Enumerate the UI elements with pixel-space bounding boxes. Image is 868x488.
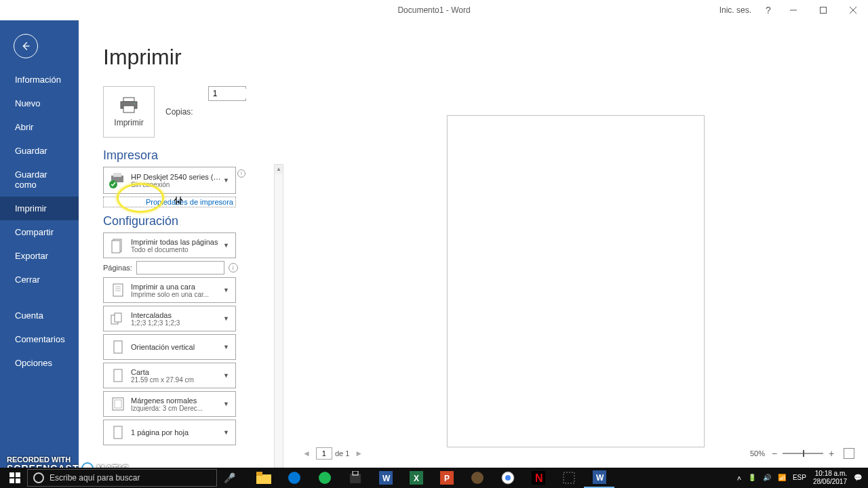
close-button[interactable] <box>838 0 868 20</box>
search-placeholder: Escribe aquí para buscar <box>50 473 140 483</box>
paper-icon <box>108 366 127 385</box>
print-sides-dropdown[interactable]: Imprimir a una cara Imprime solo en una … <box>103 277 236 303</box>
printer-heading: Impresora <box>103 148 283 163</box>
taskbar-spotify[interactable] <box>309 468 340 488</box>
svg-point-33 <box>319 472 331 484</box>
sidebar-item-cerrar[interactable]: Cerrar <box>0 268 79 291</box>
chevron-down-icon: ▼ <box>223 242 231 249</box>
printer-status: Sin conexión <box>131 181 223 188</box>
svg-rect-31 <box>256 472 262 476</box>
scroll-up[interactable]: ▲ <box>275 165 283 174</box>
svg-point-8 <box>134 103 135 104</box>
svg-text:N: N <box>535 472 543 484</box>
svg-rect-1 <box>821 7 827 14</box>
pages-per-sheet-dropdown[interactable]: 1 página por hoja ▼ <box>103 420 236 445</box>
mic-icon[interactable]: 🎤 <box>217 468 241 488</box>
svg-rect-26 <box>9 472 14 477</box>
pages-info-icon[interactable]: i <box>229 263 238 272</box>
chevron-down-icon: ▼ <box>223 315 231 322</box>
collate-dropdown[interactable]: Intercaladas 1;2;3 1;2;3 1;2;3 ▼ <box>103 306 236 331</box>
taskbar-app-1[interactable] <box>462 468 492 488</box>
current-page-input[interactable] <box>316 447 332 460</box>
svg-rect-10 <box>113 173 121 177</box>
taskbar-netflix[interactable]: N <box>523 468 553 488</box>
chevron-down-icon: ▼ <box>223 429 231 436</box>
back-button[interactable] <box>14 34 38 58</box>
zoom-percent[interactable]: 50% <box>750 449 765 458</box>
help-button[interactable]: ? <box>758 0 778 20</box>
chevron-down-icon: ▼ <box>223 401 231 407</box>
taskbar-word-running[interactable]: W <box>584 468 614 488</box>
sidebar-item-exportar[interactable]: Exportar <box>0 244 79 268</box>
collate-icon <box>108 309 127 328</box>
taskbar-chrome[interactable] <box>492 468 523 488</box>
taskbar-excel[interactable]: X <box>401 468 431 488</box>
signin-link[interactable]: Inic. ses. <box>719 0 751 20</box>
sidebar-item-comentarios[interactable]: Comentarios <box>0 327 79 351</box>
svg-rect-20 <box>115 313 121 322</box>
copies-spinner[interactable]: ▲ ▼ <box>208 86 246 101</box>
taskbar-edge[interactable] <box>279 468 309 488</box>
sidebar-item-guardar-como[interactable]: Guardar como <box>0 163 79 197</box>
svg-rect-14 <box>112 241 120 253</box>
printer-name: HP Deskjet 2540 series (R... <box>131 173 223 181</box>
orientation-dropdown[interactable]: Orientación vertical ▼ <box>103 334 236 360</box>
sidebar-item-nuevo[interactable]: Nuevo <box>0 92 79 115</box>
tray-wifi-icon[interactable]: 📶 <box>774 474 789 482</box>
print-button-label: Imprimir <box>114 118 143 127</box>
margins-dropdown[interactable]: Márgenes normales Izquierda: 3 cm Derec.… <box>103 391 236 417</box>
svg-rect-21 <box>114 341 122 353</box>
svg-rect-25 <box>114 426 122 439</box>
svg-rect-27 <box>16 472 20 477</box>
sidebar-item-imprimir[interactable]: Imprimir <box>0 197 79 220</box>
sidebar-item-cuenta[interactable]: Cuenta <box>0 304 79 327</box>
svg-rect-22 <box>114 369 122 382</box>
tray-notifications-icon[interactable]: 💬 <box>850 474 865 482</box>
chevron-down-icon: ▼ <box>223 372 231 379</box>
taskbar-app-2[interactable] <box>553 468 584 488</box>
printer-properties-link[interactable]: Propiedades de impresora <box>103 197 236 207</box>
sidebar-item-compartir[interactable]: Compartir <box>0 220 79 244</box>
svg-text:P: P <box>444 474 450 483</box>
sidebar-item-informacion[interactable]: Información <box>0 68 79 92</box>
sidebar-item-opciones[interactable]: Opciones <box>0 351 79 375</box>
taskbar-store[interactable] <box>340 468 370 488</box>
tray-volume-icon[interactable]: 🔊 <box>760 474 774 482</box>
printer-dropdown[interactable]: HP Deskjet 2540 series (R... Sin conexió… <box>103 167 236 194</box>
print-button[interactable]: Imprimir <box>103 86 155 138</box>
zoom-slider[interactable] <box>783 453 823 454</box>
sidebar-item-abrir[interactable]: Abrir <box>0 115 79 139</box>
tray-lang[interactable]: ESP <box>789 474 810 482</box>
tray-up-icon[interactable]: ʌ <box>734 474 745 482</box>
settings-scrollbar[interactable]: ▲ ▼ <box>274 164 283 476</box>
zoom-out-button[interactable]: − <box>769 448 780 459</box>
svg-rect-29 <box>16 479 20 483</box>
page-title: Imprimir <box>103 45 283 70</box>
taskbar-explorer[interactable] <box>248 468 279 488</box>
pages-input[interactable] <box>136 261 224 274</box>
document-title: Documento1 - Word <box>397 5 470 15</box>
print-what-dropdown[interactable]: Imprimir todas las páginas Todo el docum… <box>103 232 236 258</box>
svg-rect-7 <box>123 106 134 113</box>
taskbar-search[interactable]: Escribe aquí para buscar <box>27 469 217 487</box>
prev-page-button[interactable]: ◄ <box>297 449 316 458</box>
tray-clock[interactable]: 10:18 a.m. 28/06/2017 <box>810 470 850 486</box>
taskbar-powerpoint[interactable]: P <box>431 468 462 488</box>
minimize-button[interactable] <box>778 0 808 20</box>
zoom-in-button[interactable]: + <box>826 448 837 459</box>
taskbar-word[interactable]: W <box>370 468 401 488</box>
start-button[interactable] <box>3 468 27 488</box>
svg-rect-28 <box>9 479 14 483</box>
svg-text:X: X <box>414 474 419 483</box>
paper-size-dropdown[interactable]: Carta 21.59 cm x 27.94 cm ▼ <box>103 363 236 388</box>
svg-text:W: W <box>382 474 391 483</box>
margins-icon <box>108 394 127 413</box>
zoom-to-page-button[interactable] <box>844 448 854 459</box>
next-page-button[interactable]: ► <box>349 449 368 458</box>
sidebar-item-guardar[interactable]: Guardar <box>0 139 79 163</box>
chevron-down-icon: ▼ <box>223 287 231 293</box>
tray-battery-icon[interactable]: 🔋 <box>745 474 760 482</box>
maximize-button[interactable] <box>808 0 838 20</box>
portrait-icon <box>108 338 127 357</box>
printer-info-icon[interactable]: i <box>237 169 245 178</box>
